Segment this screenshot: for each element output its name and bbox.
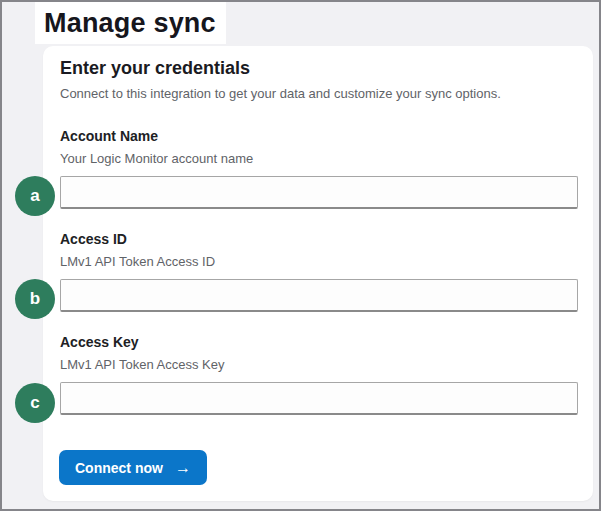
field-access-id: Access ID LMv1 API Token Access ID bbox=[60, 231, 578, 312]
field-access-key: Access Key LMv1 API Token Access Key bbox=[60, 334, 578, 415]
connect-now-label: Connect now bbox=[75, 460, 163, 476]
access-id-input[interactable] bbox=[60, 279, 578, 312]
page-header: Manage sync bbox=[35, 2, 226, 44]
step-badge-b: b bbox=[15, 279, 55, 319]
account-name-input[interactable] bbox=[60, 176, 578, 209]
page-title: Manage sync bbox=[44, 8, 216, 39]
connect-now-button[interactable]: Connect now → bbox=[59, 450, 207, 485]
step-badge-c: c bbox=[15, 383, 55, 423]
access-key-label: Access Key bbox=[60, 334, 578, 350]
access-key-input[interactable] bbox=[60, 382, 578, 415]
account-name-label: Account Name bbox=[60, 128, 578, 144]
card-subtitle: Connect to this integration to get your … bbox=[60, 86, 501, 101]
access-id-helper: LMv1 API Token Access ID bbox=[60, 254, 578, 269]
step-badge-a: a bbox=[15, 176, 55, 216]
access-id-label: Access ID bbox=[60, 231, 578, 247]
card-heading: Enter your credentials bbox=[60, 58, 250, 79]
access-key-helper: LMv1 API Token Access Key bbox=[60, 357, 578, 372]
credentials-card: Enter your credentials Connect to this i… bbox=[43, 46, 593, 501]
arrow-right-icon: → bbox=[175, 460, 191, 476]
account-name-helper: Your Logic Monitor account name bbox=[60, 151, 578, 166]
field-account-name: Account Name Your Logic Monitor account … bbox=[60, 128, 578, 209]
manage-sync-screen: Manage sync Enter your credentials Conne… bbox=[0, 0, 601, 511]
